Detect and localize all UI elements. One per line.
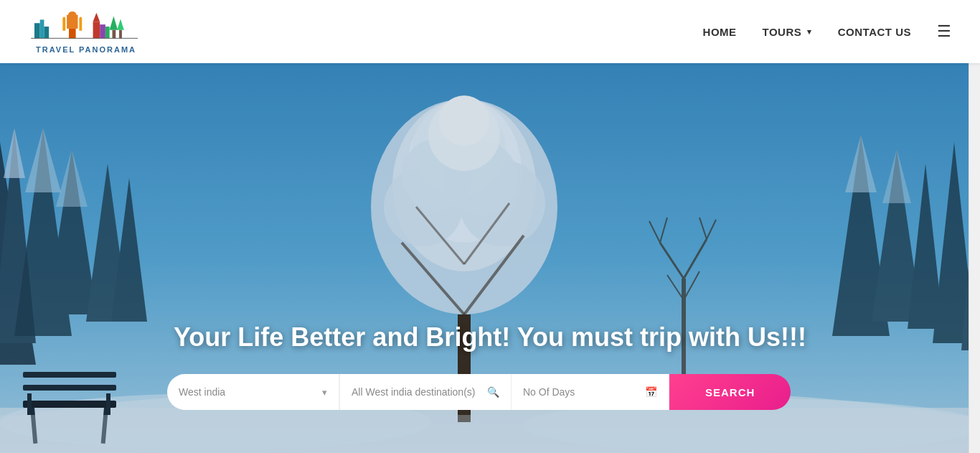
destination-chevron-icon: ▾ (322, 387, 327, 398)
svg-point-6 (68, 11, 77, 19)
svg-point-10 (79, 17, 82, 22)
hero-section: Your Life Better and Bright! You must tr… (0, 63, 980, 453)
days-input[interactable] (523, 386, 639, 398)
scrollbar[interactable] (969, 0, 980, 453)
svg-rect-2 (44, 27, 49, 38)
svg-rect-5 (69, 29, 76, 38)
location-search-icon: 🔍 (487, 386, 499, 398)
calendar-icon: 📅 (645, 386, 657, 398)
nav-home[interactable]: HOME (703, 26, 737, 38)
nav-tours-label: TOURS (763, 26, 802, 38)
svg-point-8 (62, 17, 65, 22)
tours-chevron-icon: ▾ (807, 27, 812, 37)
nav-contact[interactable]: CONTACT US (838, 26, 911, 38)
svg-rect-9 (79, 19, 82, 30)
svg-rect-13 (100, 24, 105, 38)
logo[interactable]: TRAVEL PANORAMA (29, 9, 143, 54)
days-field[interactable]: 📅 (512, 374, 669, 410)
svg-rect-11 (93, 22, 100, 38)
nav-links: HOME TOURS ▾ CONTACT US ☰ (703, 22, 951, 41)
svg-rect-17 (112, 30, 116, 39)
svg-rect-7 (62, 19, 65, 30)
location-input[interactable] (352, 386, 481, 398)
search-bar: ▾ 🔍 📅 SEARCH (167, 374, 813, 410)
navbar: TRAVEL PANORAMA HOME TOURS ▾ CONTACT US … (0, 0, 980, 63)
hero-title: Your Life Better and Bright! You must tr… (98, 322, 882, 352)
svg-marker-15 (110, 17, 118, 30)
nav-tours[interactable]: TOURS ▾ (763, 26, 812, 38)
logo-text: TRAVEL PANORAMA (36, 45, 136, 54)
destination-input[interactable] (179, 386, 316, 398)
svg-rect-18 (119, 30, 122, 39)
destination-field[interactable]: ▾ (167, 374, 339, 410)
svg-rect-14 (105, 27, 110, 38)
svg-marker-16 (117, 19, 124, 29)
location-field[interactable]: 🔍 (339, 374, 512, 410)
search-button[interactable]: SEARCH (669, 374, 791, 410)
svg-rect-0 (34, 23, 40, 38)
svg-marker-12 (93, 13, 100, 22)
hero-content: Your Life Better and Bright! You must tr… (0, 63, 980, 453)
svg-rect-1 (40, 19, 44, 38)
logo-icon (29, 9, 143, 44)
hamburger-icon[interactable]: ☰ (937, 22, 951, 41)
